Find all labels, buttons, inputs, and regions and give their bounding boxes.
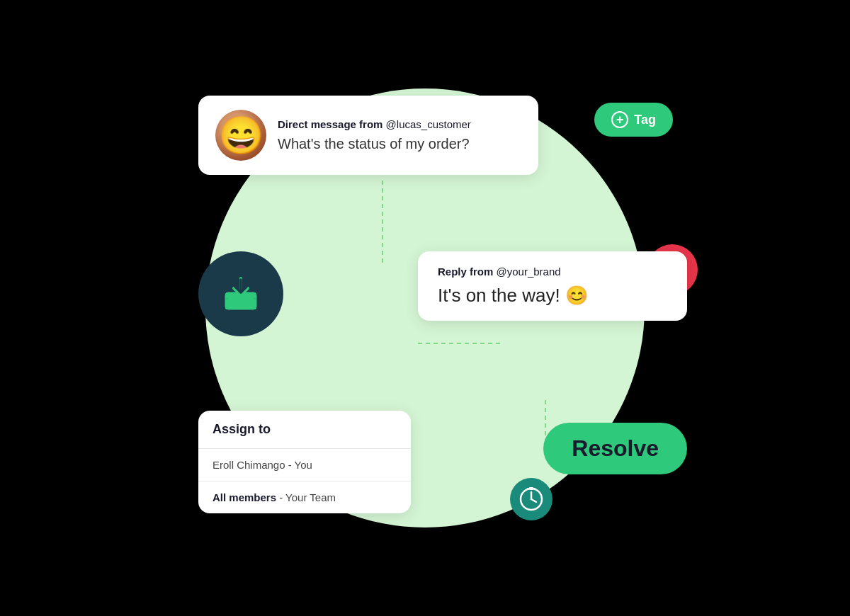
reply-header: Reply from @your_brand xyxy=(438,266,667,278)
assign-item-all-members[interactable]: All members - Your Team xyxy=(198,481,411,513)
tag-button[interactable]: + Tag xyxy=(594,103,673,137)
reply-handle: @your_brand xyxy=(497,266,561,278)
clock-circle xyxy=(510,478,552,520)
customer-avatar xyxy=(215,110,266,161)
assign-item-you[interactable]: Eroll Chimango - You xyxy=(198,449,411,481)
dm-handle: @lucas_customer xyxy=(386,118,471,130)
reply-message: It's on the way! 😊 xyxy=(438,285,667,307)
reply-card: Reply from @your_brand It's on the way! … xyxy=(418,251,687,321)
dm-content: Direct message from @lucas_customer What… xyxy=(278,118,521,152)
inbox-icon xyxy=(220,273,262,315)
tag-label: Tag xyxy=(634,113,656,127)
resolve-button[interactable]: Resolve xyxy=(543,423,687,474)
resolve-label: Resolve xyxy=(572,435,659,461)
dm-card: Direct message from @lucas_customer What… xyxy=(198,96,538,175)
dm-message: What's the status of my order? xyxy=(278,136,521,152)
svg-rect-15 xyxy=(529,487,533,490)
clock-icon xyxy=(518,486,544,512)
dm-header: Direct message from @lucas_customer xyxy=(278,118,521,130)
svg-line-14 xyxy=(531,499,536,502)
assign-title: Assign to xyxy=(198,411,411,449)
assign-card: Assign to Eroll Chimango - You All membe… xyxy=(198,411,411,513)
inbox-circle xyxy=(198,251,283,336)
tag-plus-icon: + xyxy=(611,111,628,128)
